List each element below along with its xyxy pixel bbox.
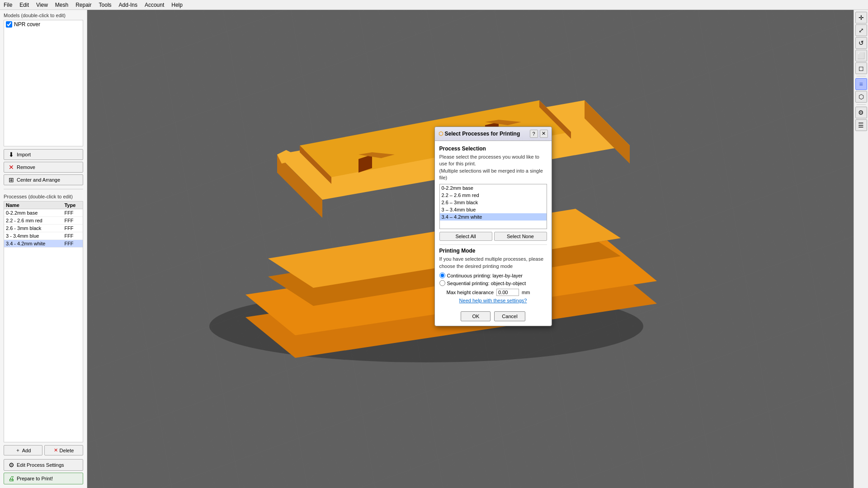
remove-icon: ✕ xyxy=(8,164,15,171)
toolbar-layers-btn[interactable]: ☰ xyxy=(855,119,867,131)
process-type: FFF xyxy=(62,232,83,240)
process-list-item[interactable]: 0-2.2mm base xyxy=(440,184,547,192)
process-name: 3.4 - 4.2mm white xyxy=(4,240,62,248)
select-all-button[interactable]: Select All xyxy=(439,232,492,241)
process-list-item[interactable]: 3 – 3.4mm blue xyxy=(440,206,547,213)
remove-button[interactable]: ✕ Remove xyxy=(4,162,83,173)
list-actions: Select All Select None xyxy=(439,232,547,241)
right-toolbar: ✛ ⤢ ↺ ⬜ ◻ ≡ ⬡ ⚙ ☰ xyxy=(854,10,868,488)
delete-process-button[interactable]: ✕ Delete xyxy=(44,445,83,455)
process-name: 2.2 - 2.6 mm red xyxy=(4,217,62,225)
prepare-to-print-button[interactable]: 🖨 Prepare to Print! xyxy=(4,473,83,484)
edit-process-settings-button[interactable]: ⚙ Edit Process Settings xyxy=(4,459,83,471)
process-row[interactable]: 0-2.2mm base FFF xyxy=(4,209,83,217)
radio-sequential-input[interactable] xyxy=(439,280,445,286)
dialog-cancel-button[interactable]: Cancel xyxy=(494,311,525,321)
menu-repair[interactable]: Repair xyxy=(72,1,95,9)
process-name: 3 - 3.4mm blue xyxy=(4,232,62,240)
center-arrange-label: Center and Arrange xyxy=(17,177,60,183)
dialog-help-button[interactable]: ? xyxy=(530,130,538,138)
select-processes-dialog: ⬡ Select Processes for Printing ? ✕ Proc… xyxy=(434,127,552,326)
process-type: FFF xyxy=(62,225,83,232)
process-name: 2.6 - 3mm black xyxy=(4,225,62,232)
dialog-title: ⬡ Select Processes for Printing xyxy=(439,131,520,137)
menu-help[interactable]: Help xyxy=(168,1,186,9)
radio-sequential[interactable]: Sequential printing: object-by-object xyxy=(439,280,547,286)
add-label: Add xyxy=(22,448,31,453)
col-name: Name xyxy=(4,202,62,209)
dialog-footer: OK Cancel xyxy=(435,311,552,326)
process-row-selected[interactable]: 3.4 - 4.2mm white FFF xyxy=(4,240,83,248)
print-icon: 🖨 xyxy=(8,475,15,482)
center-icon: ⊞ xyxy=(8,176,15,183)
center-arrange-button[interactable]: ⊞ Center and Arrange xyxy=(4,174,83,185)
processes-section-title: Processes (double-click to edit) xyxy=(0,191,87,200)
process-list-item-selected[interactable]: 3.4 – 4.2mm white xyxy=(440,213,547,221)
radio-sequential-label: Sequential printing: object-by-object xyxy=(447,281,526,286)
height-clearance-unit: mm xyxy=(522,290,530,295)
radio-continuous[interactable]: Continuous printing: layer-by-layer xyxy=(439,272,547,278)
main-layout: Models (double-click to edit) NPR cover … xyxy=(0,10,868,488)
toolbar-divider2 xyxy=(857,104,866,105)
dialog-title-text: Select Processes for Printing xyxy=(445,131,520,137)
import-icon: ⬇ xyxy=(8,151,15,158)
process-type: FFF xyxy=(62,217,83,225)
toolbar-move-btn[interactable]: ⤢ xyxy=(855,24,867,36)
prepare-to-print-label: Prepare to Print! xyxy=(17,476,53,481)
process-list-box[interactable]: 0-2.2mm base 2.2 – 2.6 mm red 2.6 – 3mm … xyxy=(439,184,547,229)
process-list-empty xyxy=(440,221,547,229)
process-row[interactable]: 2.6 - 3mm black FFF xyxy=(4,225,83,232)
models-list: NPR cover xyxy=(4,20,83,146)
col-type: Type xyxy=(62,202,83,209)
menu-file[interactable]: File xyxy=(0,1,16,9)
height-clearance-input[interactable] xyxy=(496,289,519,296)
help-link[interactable]: Need help with these settings? xyxy=(439,298,547,303)
printing-mode-title: Printing Mode xyxy=(439,248,547,254)
delete-icon: ✕ xyxy=(54,447,58,453)
radio-continuous-input[interactable] xyxy=(439,272,445,278)
add-process-button[interactable]: ＋ Add xyxy=(4,445,42,455)
toolbar-cursor-btn[interactable]: ✛ xyxy=(855,12,867,23)
process-row[interactable]: 3 - 3.4mm blue FFF xyxy=(4,232,83,240)
dialog-overlay: ⬡ Select Processes for Printing ? ✕ Proc… xyxy=(87,10,854,488)
process-list-item[interactable]: 2.2 – 2.6 mm red xyxy=(440,192,547,199)
process-list-item[interactable]: 2.6 – 3mm black xyxy=(440,199,547,206)
process-buttons: ＋ Add ✕ Delete xyxy=(0,443,87,457)
menu-account[interactable]: Account xyxy=(141,1,168,9)
height-clearance-row: Max height clearance mm xyxy=(447,289,547,296)
dialog-close-button[interactable]: ✕ xyxy=(540,130,548,138)
model-checkbox[interactable] xyxy=(6,21,12,28)
remove-label: Remove xyxy=(17,164,35,170)
processes-section: Processes (double-click to edit) Name Ty… xyxy=(0,191,87,457)
menu-tools[interactable]: Tools xyxy=(95,1,115,9)
toolbar-box-btn[interactable]: ◻ xyxy=(855,62,867,74)
menu-view[interactable]: View xyxy=(33,1,52,9)
menu-edit[interactable]: Edit xyxy=(16,1,33,9)
toolbar-view-btn[interactable]: ≡ xyxy=(855,78,867,90)
toolbar-scale-btn[interactable]: ⬜ xyxy=(855,50,867,61)
toolbar-solid-btn[interactable]: ⬡ xyxy=(855,91,867,103)
process-name: 0-2.2mm base xyxy=(4,209,62,217)
toolbar-rotate-btn[interactable]: ↺ xyxy=(855,37,867,49)
delete-label: Delete xyxy=(60,448,74,453)
process-row[interactable]: 2.2 - 2.6 mm red FFF xyxy=(4,217,83,225)
model-item[interactable]: NPR cover xyxy=(4,20,83,28)
dialog-controls: ? ✕ xyxy=(530,130,548,138)
settings-icon: ⚙ xyxy=(8,461,15,469)
dialog-ok-button[interactable]: OK xyxy=(461,311,491,321)
process-type: FFF xyxy=(62,240,83,248)
toolbar-settings-btn[interactable]: ⚙ xyxy=(855,107,867,118)
menu-mesh[interactable]: Mesh xyxy=(52,1,72,9)
select-none-button[interactable]: Select None xyxy=(494,232,547,241)
sidebar: Models (double-click to edit) NPR cover … xyxy=(0,10,87,488)
section-separator xyxy=(439,244,547,245)
add-icon: ＋ xyxy=(15,447,20,454)
processes-table: Name Type 0-2.2mm base FFF 2.2 - 2.6 mm … xyxy=(4,201,83,442)
import-button[interactable]: ⬇ Import xyxy=(4,149,83,160)
menu-addins[interactable]: Add-Ins xyxy=(115,1,141,9)
radio-continuous-label: Continuous printing: layer-by-layer xyxy=(447,273,523,278)
process-selection-description: Please select the processes you would li… xyxy=(439,154,547,182)
sidebar-divider xyxy=(4,189,83,189)
height-clearance-label: Max height clearance xyxy=(447,290,494,295)
process-type: FFF xyxy=(62,209,83,217)
